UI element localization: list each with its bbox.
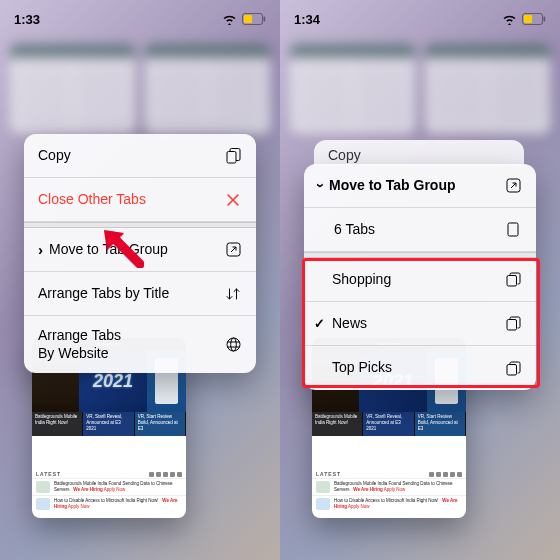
thumb-cap: VR, Starfi Reveal, Announced at E3 2021 (363, 412, 414, 436)
svg-rect-14 (507, 364, 517, 375)
thumb-cap: VR, Starfi Reveal, Announced at E3 2021 (83, 412, 134, 436)
tab-icon (504, 221, 522, 239)
status-time: 1:34 (294, 12, 320, 27)
tab-group-submenu: › Move to Tab Group 6 Tabs Shopping News (304, 164, 536, 390)
copy-icon (224, 147, 242, 165)
close-icon (224, 191, 242, 209)
menu-item-label: Shopping (332, 271, 504, 289)
thumb-article: Battlegrounds Mobile India Found Sending… (32, 478, 186, 495)
tabs-icon (504, 359, 522, 377)
context-menu: Copy Close Other Tabs › Move to Tab Grou… (24, 134, 256, 373)
svg-rect-9 (544, 17, 546, 22)
thumb-latest-label: LATEST (36, 471, 61, 477)
menu-item-label: Arrange Tabs by Title (38, 285, 224, 303)
menu-item-close-other-tabs[interactable]: Close Other Tabs (24, 178, 256, 222)
social-icons (149, 472, 182, 477)
svg-point-5 (227, 338, 240, 351)
thumb-cap: Battlegrounds Mobile India Right Now! (312, 412, 363, 436)
thumb-cap: VR, Start Review Build, Announced at E3 (135, 412, 186, 436)
status-time: 1:33 (14, 12, 40, 27)
submenu-item-6-tabs[interactable]: 6 Tabs (304, 208, 536, 252)
submenu-item-news[interactable]: News (304, 302, 536, 346)
svg-rect-11 (508, 223, 518, 236)
menu-peek: Copy (314, 140, 524, 166)
phone-screenshot-left: 1:33 Copy Close Other Tabs (0, 0, 280, 560)
menu-item-label: News (332, 315, 504, 333)
battery-icon (522, 13, 546, 25)
phone-screenshot-right: 1:34 Copy › Move to Tab Group 6 Tabs (280, 0, 560, 560)
tabs-icon (504, 271, 522, 289)
open-external-icon (224, 241, 242, 259)
svg-rect-2 (264, 17, 266, 22)
open-external-icon (504, 177, 522, 195)
wifi-icon (222, 14, 237, 25)
menu-item-label: Copy (38, 147, 224, 165)
menu-item-label: Arrange Tabs By Website (38, 327, 224, 362)
globe-icon (224, 336, 242, 354)
svg-rect-13 (507, 320, 517, 331)
wifi-icon (502, 14, 517, 25)
submenu-header-move-to-tab-group[interactable]: › Move to Tab Group (304, 164, 536, 208)
blurred-tab-cards (290, 44, 550, 134)
svg-point-6 (230, 338, 236, 351)
submenu-item-shopping[interactable]: Shopping (304, 258, 536, 302)
thumb-cap: Battlegrounds Mobile India Right Now! (32, 412, 83, 436)
tabs-icon (504, 315, 522, 333)
thumb-article: How to Disable Access to Microsoft India… (312, 495, 466, 512)
status-bar: 1:34 (280, 8, 560, 30)
chevron-right-icon: › (38, 241, 43, 258)
menu-item-copy[interactable]: Copy (24, 134, 256, 178)
svg-rect-8 (524, 15, 532, 23)
menu-item-label: Top Picks (332, 359, 504, 377)
menu-item-move-to-tab-group[interactable]: › Move to Tab Group (24, 228, 256, 272)
social-icons (429, 472, 462, 477)
svg-rect-12 (507, 276, 517, 287)
submenu-item-top-picks[interactable]: Top Picks (304, 346, 536, 390)
menu-item-label: Move to Tab Group (329, 177, 504, 195)
status-bar: 1:33 (0, 8, 280, 30)
menu-item-label: 6 Tabs (318, 221, 504, 239)
menu-item-arrange-by-website[interactable]: Arrange Tabs By Website (24, 316, 256, 373)
chevron-down-icon: › (313, 183, 330, 188)
blurred-tab-cards (10, 44, 270, 134)
svg-rect-3 (227, 151, 236, 163)
menu-item-arrange-by-title[interactable]: Arrange Tabs by Title (24, 272, 256, 316)
sort-icon (224, 285, 242, 303)
battery-icon (242, 13, 266, 25)
menu-item-label: Close Other Tabs (38, 191, 224, 209)
svg-rect-1 (244, 15, 252, 23)
thumb-article: Battlegrounds Mobile India Found Sending… (312, 478, 466, 495)
thumb-latest-label: LATEST (316, 471, 341, 477)
thumb-article: How to Disable Access to Microsoft India… (32, 495, 186, 512)
thumb-cap: VR, Start Review Build, Announced at E3 (415, 412, 466, 436)
menu-item-label: Move to Tab Group (49, 241, 224, 259)
